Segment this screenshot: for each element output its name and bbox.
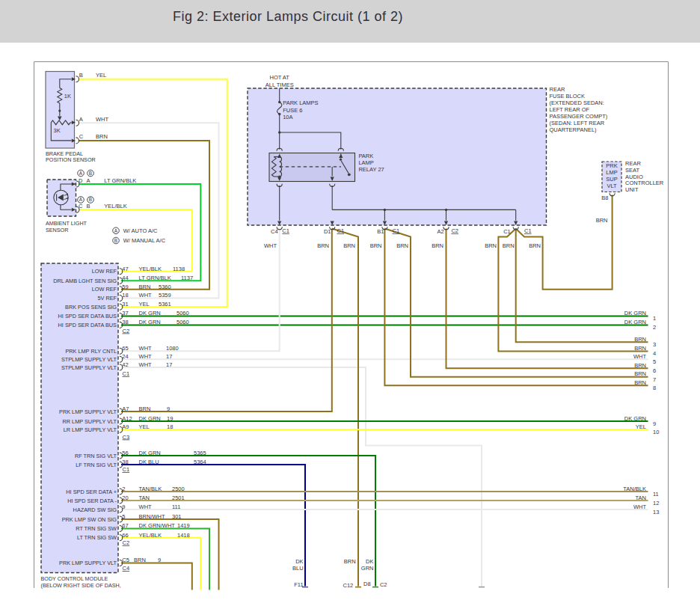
svg-text:PRK LMP SUPPLY VLT: PRK LMP SUPPLY VLT <box>59 560 117 566</box>
svg-text:11: 11 <box>653 491 659 498</box>
svg-text:REAR: REAR <box>625 160 641 167</box>
svg-text:5: 5 <box>653 358 656 365</box>
svg-text:C1: C1 <box>524 227 532 234</box>
svg-text:BRN: BRN <box>317 242 329 249</box>
svg-text:2501: 2501 <box>172 495 185 501</box>
svg-text:31: 31 <box>122 301 128 307</box>
svg-text:STPLMP SUPPLY VLT: STPLMP SUPPLY VLT <box>61 356 117 363</box>
svg-text:A7: A7 <box>122 405 129 412</box>
svg-text:HI SPD SER DATA BUS: HI SPD SER DATA BUS <box>58 322 117 328</box>
svg-text:C2: C2 <box>123 328 130 334</box>
svg-text:1138: 1138 <box>173 266 185 272</box>
svg-text:SEAT: SEAT <box>625 167 639 174</box>
svg-text:C4: C4 <box>271 228 278 235</box>
svg-text:WHT: WHT <box>139 504 152 510</box>
svg-text:A12: A12 <box>122 415 132 422</box>
svg-text:BRN: BRN <box>634 362 646 369</box>
svg-text:BRN: BRN <box>432 242 443 249</box>
svg-text:C12: C12 <box>343 582 354 589</box>
svg-text:8: 8 <box>653 385 656 391</box>
svg-text:A: A <box>79 197 83 202</box>
svg-text:HI SPD SER DATA +: HI SPD SER DATA + <box>66 489 117 495</box>
svg-text:(EXTENDED SEDAN:: (EXTENDED SEDAN: <box>550 100 604 106</box>
svg-text:B1: B1 <box>377 228 384 235</box>
svg-text:BODY CONTROL MODULE: BODY CONTROL MODULE <box>41 575 108 582</box>
svg-text:B: B <box>114 238 117 243</box>
svg-text:UNIT: UNIT <box>625 186 639 193</box>
svg-text:RT TRN SIG SW: RT TRN SIG SW <box>76 525 117 532</box>
svg-text:5: 5 <box>122 513 125 520</box>
svg-text:BRN: BRN <box>396 242 408 249</box>
svg-text:WHT: WHT <box>139 353 152 360</box>
svg-text:5359: 5359 <box>159 292 171 299</box>
svg-text:PARK LAMPS: PARK LAMPS <box>283 100 318 106</box>
svg-text:1137: 1137 <box>181 275 193 281</box>
svg-text:65: 65 <box>122 345 128 352</box>
svg-text:5365: 5365 <box>194 450 206 456</box>
svg-text:LOW REF: LOW REF <box>92 286 117 293</box>
svg-text:BRN: BRN <box>344 558 356 565</box>
svg-text:HOT AT: HOT AT <box>269 74 289 81</box>
svg-text:17: 17 <box>166 353 172 360</box>
svg-text:BRN: BRN <box>485 242 497 249</box>
svg-text:LAMP: LAMP <box>358 159 373 166</box>
svg-text:(BELOW RIGHT SIDE OF DASH,: (BELOW RIGHT SIDE OF DASH, <box>41 582 121 589</box>
svg-text:WHT: WHT <box>139 345 152 352</box>
svg-text:WHT: WHT <box>633 353 646 360</box>
svg-text:WHT: WHT <box>633 504 646 510</box>
svg-text:38: 38 <box>122 319 128 325</box>
svg-text:13: 13 <box>653 509 659 515</box>
svg-text:BRN: BRN <box>634 370 646 377</box>
svg-text:C: C <box>79 133 84 140</box>
svg-text:19: 19 <box>167 415 173 422</box>
svg-text:9: 9 <box>653 420 656 427</box>
svg-text:C1: C1 <box>282 227 289 234</box>
svg-text:4: 4 <box>653 350 656 357</box>
svg-text:RR LMP SUPPLY VLT: RR LMP SUPPLY VLT <box>63 418 117 425</box>
svg-text:BLU: BLU <box>292 565 304 572</box>
svg-text:5V REF: 5V REF <box>97 295 117 302</box>
svg-text:ALL TIMES: ALL TIMES <box>265 82 294 88</box>
svg-text:18: 18 <box>122 292 128 299</box>
svg-text:HI SPD SER DATA BUS: HI SPD SER DATA BUS <box>58 313 117 319</box>
svg-text:HAZARD SW SIG: HAZARD SW SIG <box>73 506 117 513</box>
svg-text:YEL: YEL <box>636 423 646 430</box>
svg-text:LT GRN/BLK: LT GRN/BLK <box>104 177 136 184</box>
svg-text:CONTROLLER: CONTROLLER <box>625 180 664 186</box>
svg-text:67: 67 <box>122 522 128 529</box>
svg-text:GRN: GRN <box>361 565 374 572</box>
svg-text:SUP: SUP <box>606 176 617 183</box>
svg-text:BRN: BRN <box>134 557 146 563</box>
svg-text:(SEDAN: LEFT REAR: (SEDAN: LEFT REAR <box>550 120 605 126</box>
svg-text:DK GRN: DK GRN <box>139 415 161 422</box>
svg-text:5364: 5364 <box>194 459 206 465</box>
svg-text:DK GRN: DK GRN <box>624 319 646 325</box>
svg-text:66: 66 <box>122 532 128 539</box>
svg-text:B: B <box>87 203 90 209</box>
svg-text:1418: 1418 <box>177 532 190 539</box>
svg-text:3: 3 <box>653 341 656 348</box>
svg-text:24: 24 <box>122 353 128 360</box>
svg-text:PRK LMP SW ON SIG: PRK LMP SW ON SIG <box>62 516 117 523</box>
svg-text:C1: C1 <box>393 227 400 234</box>
svg-text:BRN: BRN <box>529 242 541 249</box>
svg-text:TAN: TAN <box>139 495 150 501</box>
svg-text:5360: 5360 <box>159 284 171 290</box>
svg-text:18: 18 <box>167 423 173 430</box>
svg-text:20: 20 <box>122 495 128 501</box>
svg-text:BRN: BRN <box>96 133 108 140</box>
svg-text:B8: B8 <box>601 195 608 201</box>
svg-text:C1: C1 <box>503 228 511 235</box>
svg-text:56: 56 <box>122 450 128 456</box>
svg-text:VLT: VLT <box>607 183 617 189</box>
svg-text:A: A <box>114 228 118 233</box>
svg-text:SENSOR: SENSOR <box>46 227 68 233</box>
svg-text:STPLMP SUPPLY VLT: STPLMP SUPPLY VLT <box>61 364 117 371</box>
svg-text:YEL/BLK: YEL/BLK <box>139 266 162 272</box>
svg-text:LT TRN SIG SW: LT TRN SIG SW <box>77 534 117 541</box>
svg-text:5060: 5060 <box>176 310 189 316</box>
svg-text:BRN: BRN <box>634 345 646 352</box>
svg-text:59: 59 <box>122 284 128 290</box>
svg-text:C4: C4 <box>123 565 130 572</box>
svg-text:TAN/BLK: TAN/BLK <box>623 486 646 492</box>
